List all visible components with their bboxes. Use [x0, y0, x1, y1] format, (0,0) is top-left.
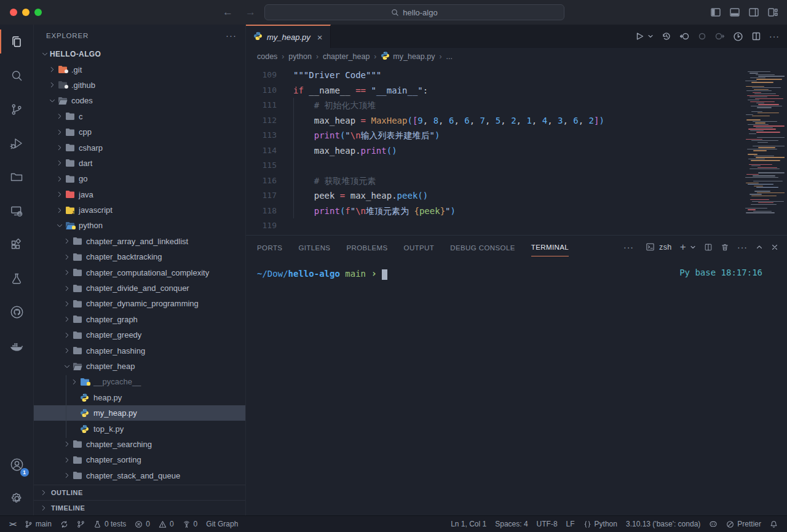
tree-item-javascript[interactable]: JSjavascript — [34, 202, 245, 218]
run-dropdown-icon[interactable] — [647, 33, 654, 39]
tree-item-codes[interactable]: codes — [34, 93, 245, 108]
activity-file-folder[interactable] — [0, 160, 34, 194]
tree-item-chapter_stack_and_queue[interactable]: chapter_stack_and_queue — [34, 468, 245, 483]
code-editor[interactable]: 109"""Driver Code"""110if __name__ == "_… — [246, 65, 787, 235]
history-forward-icon[interactable]: → — [245, 6, 256, 18]
panel-more-actions-icon[interactable]: ··· — [737, 242, 748, 252]
maximize-window-button[interactable] — [34, 9, 42, 16]
activity-testing[interactable] — [0, 261, 34, 295]
breadcrumb-my_heappy[interactable]: my_heap.py — [381, 51, 435, 62]
status-0-tests[interactable]: 0 tests — [89, 516, 130, 532]
panel-tab-ports[interactable]: PORTS — [257, 238, 282, 256]
panel-tab-output[interactable]: OUTPUT — [404, 238, 435, 256]
status-0[interactable]: 0 — [178, 516, 202, 532]
status-spaces-4[interactable]: Spaces: 4 — [491, 516, 532, 532]
timeline-history-icon[interactable] — [662, 31, 671, 41]
tab-close-icon[interactable]: × — [317, 32, 323, 42]
tree-item-chapter_heap[interactable]: chapter_heap — [34, 359, 245, 374]
run-python-file-icon[interactable] — [635, 31, 644, 41]
tree-item-.git[interactable]: .git — [34, 62, 245, 77]
tree-item-java[interactable]: java — [34, 187, 245, 202]
activity-run-debug[interactable] — [0, 126, 34, 160]
split-editor-icon[interactable] — [751, 31, 761, 41]
status-python[interactable]: Python — [579, 516, 622, 532]
tree-item-chapter_graph[interactable]: chapter_graph — [34, 312, 245, 327]
panel-tab-debug-console[interactable]: DEBUG CONSOLE — [450, 238, 515, 256]
customize-layout-icon[interactable] — [767, 7, 778, 18]
continue-icon[interactable] — [697, 31, 707, 41]
tree-item-c[interactable]: c — [34, 109, 245, 124]
status-utf-8[interactable]: UTF-8 — [532, 516, 562, 532]
tree-item-.github[interactable]: .github — [34, 77, 245, 93]
activity-search[interactable] — [0, 58, 34, 92]
activity-remote-explorer[interactable] — [0, 194, 34, 228]
tree-item-chapter_dynamic_programming[interactable]: chapter_dynamic_programming — [34, 296, 245, 311]
activity-extensions[interactable] — [0, 228, 34, 261]
activity-docker[interactable] — [0, 329, 34, 363]
status-main[interactable]: main — [20, 516, 56, 532]
activity-source-control[interactable] — [0, 92, 34, 126]
status-sync-icon[interactable] — [56, 516, 73, 532]
close-panel-icon[interactable] — [771, 244, 778, 251]
terminal[interactable]: ~/Dow/hello-algo main › Py base 18:17:16 — [246, 258, 787, 515]
tree-item-chapter_array_and_linkedlist[interactable]: chapter_array_and_linkedlist — [34, 234, 245, 249]
toggle-sidebar-icon[interactable] — [710, 7, 721, 18]
history-back-icon[interactable]: ← — [223, 6, 233, 18]
tree-item-csharp[interactable]: csharp — [34, 140, 245, 155]
breadcrumb-codes[interactable]: codes — [257, 52, 277, 61]
status-git-graph-icon[interactable] — [73, 516, 89, 532]
toggle-secondary-sidebar-icon[interactable] — [748, 7, 759, 18]
panel-tab-terminal[interactable]: TERMINAL — [531, 237, 569, 256]
status-bell-icon[interactable] — [765, 516, 782, 532]
activity-settings[interactable] — [0, 482, 34, 515]
panel-tab-gitlens[interactable]: GITLENS — [298, 238, 330, 256]
status-ln-1-col-1[interactable]: Ln 1, Col 1 — [446, 516, 491, 532]
toggle-panel-icon[interactable] — [729, 7, 740, 18]
tree-item-chapter_greedy[interactable]: chapter_greedy — [34, 327, 245, 343]
command-center-search[interactable]: hello-algo — [264, 4, 564, 20]
tree-item-go[interactable]: go — [34, 171, 245, 186]
tab-my-heap[interactable]: my_heap.py × — [246, 25, 331, 48]
editor-more-actions-icon[interactable]: ··· — [769, 31, 780, 41]
new-terminal-icon[interactable]: + — [680, 241, 686, 253]
status-item[interactable]: >< — [5, 516, 20, 532]
split-terminal-icon[interactable] — [704, 243, 713, 252]
tree-item-chapter_sorting[interactable]: chapter_sorting — [34, 452, 245, 467]
step-back-icon[interactable] — [679, 31, 689, 41]
close-window-button[interactable] — [10, 9, 17, 16]
status-copilot-icon[interactable] — [705, 516, 722, 532]
activity-github[interactable] — [0, 295, 34, 329]
activity-explorer[interactable] — [0, 25, 34, 58]
section-timeline[interactable]: TIMELINE — [34, 500, 245, 515]
tree-item-chapter_divide_and_conquer[interactable]: chapter_divide_and_conquer — [34, 280, 245, 296]
tree-item-chapter_hashing[interactable]: chapter_hashing — [34, 343, 245, 358]
breadcrumb-python[interactable]: python — [288, 52, 312, 61]
status-prettier[interactable]: Prettier — [722, 516, 765, 532]
terminal-dropdown-icon[interactable] — [690, 244, 696, 250]
status-git-graph[interactable]: Git Graph — [202, 516, 242, 532]
minimize-window-button[interactable] — [22, 9, 30, 16]
breadcrumb-chapter_heap[interactable]: chapter_heap — [323, 52, 370, 61]
tree-item-chapter_backtracking[interactable]: chapter_backtracking — [34, 249, 245, 264]
panel-more-tabs-icon[interactable]: ··· — [623, 242, 634, 252]
sidebar-more-actions-icon[interactable]: ··· — [226, 30, 237, 41]
minimap[interactable] — [744, 71, 785, 214]
tree-item-dart[interactable]: dart — [34, 156, 245, 171]
breadcrumb-[interactable]: ... — [446, 52, 452, 61]
tree-item-python[interactable]: python — [34, 218, 245, 233]
tree-item-chapter_computational_complexity[interactable]: chapter_computational_complexity — [34, 264, 245, 280]
step-over-icon[interactable] — [715, 31, 725, 41]
status-3-10-13-base-conda[interactable]: 3.10.13 ('base': conda) — [622, 516, 705, 532]
tree-item-cpp[interactable]: cpp — [34, 124, 245, 140]
status-lf[interactable]: LF — [562, 516, 579, 532]
tree-item-HELLO-ALGO[interactable]: HELLO-ALGO — [34, 46, 245, 62]
activity-accounts[interactable]: 1 — [0, 448, 34, 482]
section-outline[interactable]: OUTLINE — [34, 485, 245, 500]
maximize-panel-icon[interactable] — [756, 244, 763, 251]
panel-tab-problems[interactable]: PROBLEMS — [346, 238, 387, 256]
kill-terminal-icon[interactable] — [721, 243, 729, 252]
status-0[interactable]: 0 — [130, 516, 154, 532]
tree-item-chapter_searching[interactable]: chapter_searching — [34, 437, 245, 452]
profile-run-icon[interactable] — [733, 31, 743, 42]
status-0[interactable]: 0 — [154, 516, 178, 532]
